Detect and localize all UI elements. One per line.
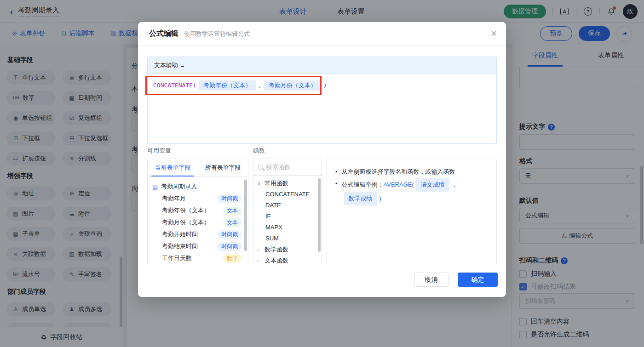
- function-item[interactable]: DATE: [253, 200, 322, 211]
- example-function: AVERAGE(: [384, 181, 414, 188]
- formula-field-chip[interactable]: 考勤月份（文本）: [264, 80, 321, 91]
- function-search-input[interactable]: [266, 164, 317, 171]
- functions-panel: ∨ 常用函数 CONCATENATE DATE IF MAPX SUM › 数学…: [253, 159, 322, 264]
- comma: ，: [452, 181, 458, 188]
- tab-all-form-fields[interactable]: 所有表单字段: [198, 159, 248, 176]
- tab-current-form-fields[interactable]: 当前表单字段: [148, 159, 198, 176]
- type-badge: 时间戳: [218, 242, 242, 251]
- formula-editor-modal: 公式编辑 使用数学运算符编辑公式 × 文本辅助 = CONCATENATE(考勤…: [138, 22, 506, 297]
- formula-function-name: CONCATENATE: [153, 82, 193, 89]
- equals-sign: =: [181, 62, 184, 69]
- type-badge: 文本: [223, 206, 242, 215]
- form-tree-root[interactable]: ▤ 考勤周期录入: [148, 181, 248, 193]
- formula-target: 文本辅助 =: [148, 57, 496, 74]
- example-field-chip: 数学成绩: [344, 192, 377, 205]
- function-group-common[interactable]: ∨ 常用函数: [253, 178, 322, 189]
- hint-example-line: • 公式编辑举例：AVERAGE(语文成绩，数学成绩): [335, 178, 488, 205]
- function-item[interactable]: IF: [253, 211, 322, 222]
- type-badge: 文本: [223, 218, 242, 227]
- confirm-button[interactable]: 确定: [458, 273, 498, 287]
- example-field-chip: 语文成绩: [416, 178, 449, 192]
- comma: ,: [258, 82, 262, 89]
- function-item[interactable]: SUM: [253, 233, 322, 244]
- functions-section-label: 函数: [253, 147, 265, 155]
- variables-scrollbar[interactable]: [244, 180, 247, 251]
- hints-panel: • 从左侧面板选择字段名和函数，或输入函数 • 公式编辑举例：AVERAGE(语…: [327, 159, 497, 264]
- variable-row[interactable]: 考勤年份（文本） 文本: [148, 205, 248, 216]
- close-paren: ): [323, 82, 327, 89]
- formula-field-chip[interactable]: 考勤年份（文本）: [199, 80, 256, 91]
- type-badge: 数字: [223, 254, 242, 263]
- modal-title: 公式编辑: [149, 29, 178, 39]
- type-badge: 时间戳: [218, 194, 242, 203]
- variable-row[interactable]: 考勤月份（文本） 文本: [148, 216, 248, 228]
- chevron-down-icon: ∨: [257, 181, 262, 187]
- chevron-right-icon: ›: [257, 247, 262, 252]
- formula-editor: 文本辅助 = CONCATENATE(考勤年份（文本）,考勤月份（文本）): [147, 57, 497, 144]
- close-icon[interactable]: ×: [491, 28, 497, 39]
- open-paren: (: [193, 82, 196, 89]
- functions-scrollbar[interactable]: [318, 178, 321, 252]
- modal-subtitle: 使用数学运算符编辑公式: [184, 30, 250, 38]
- function-group-text[interactable]: › 文本函数: [253, 255, 322, 264]
- function-item[interactable]: MAPX: [253, 222, 322, 233]
- variables-panel: 当前表单字段 所有表单字段 ▤ 考勤周期录入 考勤年月 时间戳 考勤年份（文本）…: [147, 159, 248, 264]
- app-window: ‹ 考勤周期录入 表单设计 表单设置 数据管理 A ? 政: [0, 0, 644, 347]
- search-icon: [258, 165, 263, 170]
- formula-input-area[interactable]: CONCATENATE(考勤年份（文本）,考勤月份（文本）): [148, 74, 496, 144]
- type-badge: 时间戳: [218, 230, 242, 239]
- variable-row[interactable]: 考勤年月 时间戳: [148, 193, 248, 205]
- close-paren: ): [380, 195, 381, 202]
- form-doc-icon: ▤: [152, 183, 158, 190]
- variable-row[interactable]: 考勤结束时间 时间戳: [148, 240, 248, 252]
- hint-line: • 从左侧面板选择字段名和函数，或输入函数: [335, 166, 488, 178]
- function-group-math[interactable]: › 数学函数: [253, 244, 322, 255]
- chevron-right-icon: ›: [257, 258, 262, 263]
- variable-row[interactable]: 考勤开始时间 时间戳: [148, 228, 248, 240]
- function-search: [253, 159, 322, 176]
- variables-section-label: 可用变量: [147, 147, 171, 155]
- cancel-button[interactable]: 取消: [414, 273, 448, 287]
- variable-row[interactable]: 工作日天数 数字: [148, 252, 248, 264]
- function-item[interactable]: CONCATENATE: [253, 189, 322, 200]
